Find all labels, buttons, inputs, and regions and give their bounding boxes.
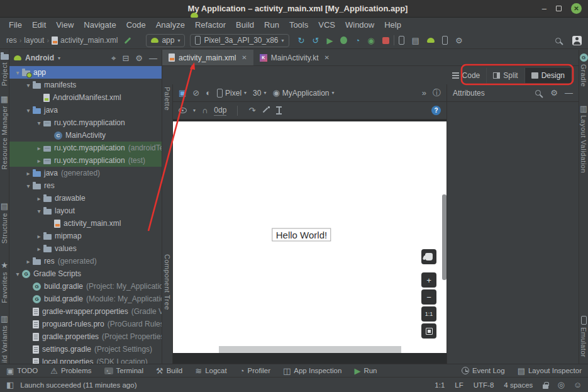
- file-encoding[interactable]: UTF-8: [474, 381, 494, 389]
- tool-window-layout-inspector[interactable]: ▤Layout Inspector: [518, 367, 582, 375]
- tool-stripe-layout-validation[interactable]: ▥Layout Validation: [580, 104, 587, 173]
- tree-item-ru-yotc-myapplication[interactable]: ▸ru.yotc.myapplication(androidTest): [9, 142, 162, 154]
- select-opened-file-icon[interactable]: ⌖: [111, 54, 116, 62]
- tool-stripe-gradle[interactable]: GGradle: [580, 53, 588, 87]
- chevron-right-icon[interactable]: ▸: [35, 157, 43, 164]
- project-structure-icon[interactable]: ⚙: [455, 36, 463, 45]
- device-type-select[interactable]: Pixel▾: [217, 89, 247, 98]
- chevron-right-icon[interactable]: ▸: [24, 170, 33, 177]
- menu-refactor[interactable]: Refactor: [190, 20, 231, 30]
- zoom-level-label[interactable]: 1:1: [421, 306, 436, 322]
- editor-tab-activity-main-xml[interactable]: activity_main.xml✕: [162, 50, 253, 65]
- menu-code[interactable]: Code: [121, 20, 151, 30]
- theme-select[interactable]: ◉MyApplication▾: [272, 89, 334, 98]
- chevron-down-icon[interactable]: ▾: [35, 120, 43, 126]
- infer-constraints-icon[interactable]: [262, 106, 270, 115]
- hello-world-text[interactable]: Hello World!: [272, 228, 331, 242]
- apply-changes-icon[interactable]: ↻: [298, 36, 305, 45]
- menu-analyze[interactable]: Analyze: [151, 20, 190, 30]
- run-configuration-select[interactable]: app ▾: [146, 34, 185, 47]
- help-icon[interactable]: ?: [431, 106, 441, 115]
- chevron-right-icon[interactable]: ▸: [35, 233, 43, 240]
- chevron-right-icon[interactable]: ▸: [35, 145, 43, 152]
- device-file-explorer-icon[interactable]: [442, 36, 448, 45]
- tree-item-settings-gradle[interactable]: settings.gradle(Project Settings): [9, 343, 162, 356]
- tool-stripe-project[interactable]: Project: [1, 52, 9, 86]
- chevron-down-icon[interactable]: ▾: [13, 69, 22, 76]
- apply-code-changes-icon[interactable]: ↺: [312, 36, 319, 45]
- run-icon[interactable]: ▶: [326, 36, 333, 45]
- tree-item-ru-yotc-myapplication[interactable]: ▸ru.yotc.myapplication(test): [9, 154, 162, 167]
- menu-edit[interactable]: Edit: [27, 20, 51, 30]
- pencil-icon[interactable]: [124, 36, 132, 45]
- tree-item-res[interactable]: ▸res(generated): [9, 255, 162, 267]
- tree-item-proguard-rules-pro[interactable]: proguard-rules.pro(ProGuard Rules for ap…: [9, 318, 162, 330]
- tool-window-terminal[interactable]: ›_Terminal: [104, 367, 143, 374]
- breadcrumb-item[interactable]: activity_main.xml: [60, 36, 118, 45]
- tree-item-app[interactable]: ▾app: [9, 66, 162, 79]
- tree-item-java[interactable]: ▸java(generated): [9, 167, 162, 179]
- tool-window-profiler[interactable]: ◔Profiler: [240, 367, 270, 375]
- search-everywhere-icon[interactable]: [555, 38, 561, 43]
- component-tree-strip[interactable]: Component Tree: [164, 254, 171, 310]
- design-surface-icon[interactable]: ▣: [179, 89, 186, 97]
- zoom-in-button[interactable]: +: [421, 272, 436, 288]
- search-icon[interactable]: [535, 90, 541, 96]
- orientation-icon[interactable]: ⊘: [192, 89, 199, 97]
- minimize-button[interactable]: –: [542, 4, 546, 13]
- tool-window-app-inspection[interactable]: ◫App Inspection: [283, 367, 341, 375]
- tree-item-build-gradle[interactable]: Gbuild.gradle(Project: My_Application): [9, 280, 162, 293]
- chevron-down-icon[interactable]: ▾: [24, 107, 33, 114]
- menu-view[interactable]: View: [51, 20, 79, 30]
- tree-item-gradle-properties[interactable]: gradle.properties(Project Properties): [9, 330, 162, 343]
- feedback-smiley-icon[interactable]: ☺: [574, 381, 582, 389]
- menu-navigate[interactable]: Navigate: [79, 20, 121, 30]
- device-canvas[interactable]: Hello World!: [173, 121, 447, 353]
- canvas-horizontal-bar[interactable]: [219, 346, 401, 353]
- hide-panel-icon[interactable]: —: [565, 89, 573, 97]
- zoom-to-fit-button[interactable]: [421, 323, 436, 339]
- default-margin-value[interactable]: 0dp: [214, 106, 226, 116]
- tree-item-gradle-wrapper-properties[interactable]: gradle-wrapper.properties(Gradle Version…: [9, 305, 162, 318]
- settings-icon[interactable]: ⚙: [550, 89, 558, 97]
- tree-item-local-properties[interactable]: local.properties(SDK Location): [9, 356, 162, 364]
- editor-tab-mainactivity-kt[interactable]: KMainActivity.kt✕: [253, 50, 336, 65]
- zoom-out-button[interactable]: −: [421, 289, 436, 305]
- tree-item-res[interactable]: ▾res: [9, 179, 162, 192]
- tree-item-drawable[interactable]: ▸drawable: [9, 192, 162, 204]
- breadcrumb-item[interactable]: layout: [24, 36, 44, 45]
- device-manager-icon[interactable]: [399, 36, 404, 45]
- chevron-down-icon[interactable]: ▾: [13, 271, 22, 277]
- tool-window-switcher-icon[interactable]: ◧: [6, 381, 14, 389]
- tool-window-todo[interactable]: ▣TODO: [6, 367, 38, 375]
- tool-window-logcat[interactable]: ≋Logcat: [195, 367, 226, 375]
- tool-stripe-favorites[interactable]: ★Favorites: [1, 261, 8, 303]
- tree-item-gradle-scripts[interactable]: ▾GGradle Scripts: [9, 267, 162, 280]
- menu-tools[interactable]: Tools: [284, 20, 313, 30]
- clear-constraints-icon[interactable]: ↷: [248, 106, 255, 115]
- canvas-vertical-scrollbar[interactable]: [442, 194, 447, 280]
- tool-stripe-structure[interactable]: ▤Structure: [1, 202, 8, 244]
- pan-button[interactable]: [421, 249, 436, 264]
- tree-item-mipmap[interactable]: ▸mipmap: [9, 230, 162, 242]
- tree-item-androidmanifest-xml[interactable]: AndroidManifest.xml: [9, 91, 162, 104]
- info-icon[interactable]: ⓘ: [433, 89, 441, 97]
- device-select[interactable]: Pixel_3a_API_30_x86 ▾: [190, 34, 289, 47]
- lock-icon[interactable]: [543, 384, 548, 389]
- tree-item-values[interactable]: ▸values: [9, 242, 162, 255]
- tree-item-layout[interactable]: ▾layout: [9, 204, 162, 217]
- tool-window-build[interactable]: ⚒Build: [156, 367, 182, 375]
- align-icon[interactable]: [276, 106, 282, 115]
- tool-stripe-build-variants[interactable]: ▥Build Variants: [1, 315, 8, 364]
- menu-window[interactable]: Window: [340, 20, 379, 30]
- autoconnect-icon[interactable]: ∩: [202, 106, 208, 115]
- tree-item-java[interactable]: ▾java: [9, 104, 162, 116]
- menu-build[interactable]: Build: [231, 20, 259, 30]
- layout-inspector-icon[interactable]: ▤: [412, 36, 419, 45]
- hide-panel-icon[interactable]: —: [149, 54, 157, 62]
- collapse-all-icon[interactable]: ⊟: [122, 54, 129, 62]
- palette-strip[interactable]: Palette: [164, 87, 171, 111]
- profiler-icon[interactable]: ◔: [355, 36, 360, 45]
- close-tab-icon[interactable]: ✕: [325, 54, 330, 61]
- background-tasks-icon[interactable]: ◎: [557, 381, 564, 389]
